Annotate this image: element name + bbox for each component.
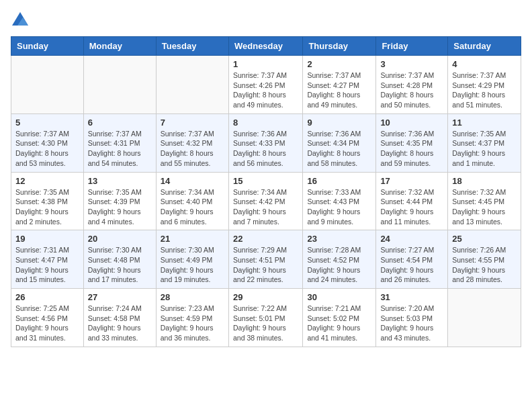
day-info: Sunrise: 7:30 AM Sunset: 4:49 PM Dayligh… <box>161 245 224 285</box>
day-of-week-header: Friday <box>376 37 448 56</box>
calendar-day-cell: 30Sunrise: 7:21 AM Sunset: 5:02 PM Dayli… <box>303 289 376 347</box>
day-info: Sunrise: 7:31 AM Sunset: 4:47 PM Dayligh… <box>15 245 79 285</box>
calendar-week-row: 5Sunrise: 7:37 AM Sunset: 4:30 PM Daylig… <box>11 113 521 172</box>
calendar-day-cell <box>448 289 521 347</box>
day-info: Sunrise: 7:27 AM Sunset: 4:54 PM Dayligh… <box>380 245 443 285</box>
day-info: Sunrise: 7:22 AM Sunset: 5:01 PM Dayligh… <box>233 304 298 343</box>
day-of-week-header: Monday <box>83 37 156 56</box>
calendar-day-cell: 11Sunrise: 7:35 AM Sunset: 4:37 PM Dayli… <box>448 113 521 172</box>
day-info: Sunrise: 7:34 AM Sunset: 4:40 PM Dayligh… <box>161 187 224 227</box>
calendar-day-cell: 3Sunrise: 7:37 AM Sunset: 4:28 PM Daylig… <box>376 56 448 114</box>
day-info: Sunrise: 7:36 AM Sunset: 4:33 PM Dayligh… <box>233 129 298 169</box>
day-info: Sunrise: 7:25 AM Sunset: 4:56 PM Dayligh… <box>15 304 79 343</box>
day-info: Sunrise: 7:21 AM Sunset: 5:02 PM Dayligh… <box>307 304 371 343</box>
calendar-day-cell: 28Sunrise: 7:23 AM Sunset: 4:59 PM Dayli… <box>156 289 228 347</box>
day-info: Sunrise: 7:26 AM Sunset: 4:55 PM Dayligh… <box>452 245 517 285</box>
day-number: 24 <box>380 234 443 244</box>
day-number: 25 <box>452 234 517 244</box>
day-info: Sunrise: 7:35 AM Sunset: 4:38 PM Dayligh… <box>15 187 79 227</box>
day-info: Sunrise: 7:37 AM Sunset: 4:28 PM Dayligh… <box>380 71 443 110</box>
day-info: Sunrise: 7:33 AM Sunset: 4:43 PM Dayligh… <box>307 187 371 227</box>
day-number: 8 <box>233 118 298 128</box>
calendar-day-cell: 5Sunrise: 7:37 AM Sunset: 4:30 PM Daylig… <box>11 113 84 172</box>
day-info: Sunrise: 7:37 AM Sunset: 4:29 PM Dayligh… <box>452 71 517 110</box>
calendar-day-cell: 16Sunrise: 7:33 AM Sunset: 4:43 PM Dayli… <box>303 172 376 230</box>
calendar-day-cell: 29Sunrise: 7:22 AM Sunset: 5:01 PM Dayli… <box>228 289 302 347</box>
day-number: 6 <box>88 118 152 128</box>
day-info: Sunrise: 7:32 AM Sunset: 4:45 PM Dayligh… <box>452 187 517 227</box>
day-info: Sunrise: 7:37 AM Sunset: 4:27 PM Dayligh… <box>307 71 371 110</box>
day-info: Sunrise: 7:30 AM Sunset: 4:48 PM Dayligh… <box>88 245 152 285</box>
calendar-day-cell: 25Sunrise: 7:26 AM Sunset: 4:55 PM Dayli… <box>448 230 521 289</box>
day-number: 23 <box>307 234 371 244</box>
day-info: Sunrise: 7:34 AM Sunset: 4:42 PM Dayligh… <box>233 187 298 227</box>
day-number: 12 <box>15 176 79 186</box>
day-number: 17 <box>380 176 443 186</box>
calendar-header-row: SundayMondayTuesdayWednesdayThursdayFrid… <box>11 37 521 56</box>
calendar-day-cell: 1Sunrise: 7:37 AM Sunset: 4:26 PM Daylig… <box>228 56 302 114</box>
calendar-day-cell: 7Sunrise: 7:37 AM Sunset: 4:32 PM Daylig… <box>156 113 228 172</box>
calendar-day-cell: 18Sunrise: 7:32 AM Sunset: 4:45 PM Dayli… <box>448 172 521 230</box>
day-of-week-header: Tuesday <box>156 37 228 56</box>
calendar-day-cell: 21Sunrise: 7:30 AM Sunset: 4:49 PM Dayli… <box>156 230 228 289</box>
day-number: 28 <box>161 292 224 302</box>
calendar-day-cell: 13Sunrise: 7:35 AM Sunset: 4:39 PM Dayli… <box>83 172 156 230</box>
day-number: 4 <box>452 59 517 69</box>
day-info: Sunrise: 7:37 AM Sunset: 4:31 PM Dayligh… <box>88 129 152 169</box>
day-of-week-header: Sunday <box>11 37 84 56</box>
day-info: Sunrise: 7:37 AM Sunset: 4:26 PM Dayligh… <box>233 71 298 110</box>
calendar-day-cell <box>83 56 156 114</box>
calendar-table: SundayMondayTuesdayWednesdayThursdayFrid… <box>11 36 521 347</box>
day-number: 13 <box>88 176 152 186</box>
day-number: 26 <box>15 292 79 302</box>
calendar-day-cell: 23Sunrise: 7:28 AM Sunset: 4:52 PM Dayli… <box>303 230 376 289</box>
day-of-week-header: Saturday <box>448 37 521 56</box>
day-number: 21 <box>161 234 224 244</box>
calendar-week-row: 19Sunrise: 7:31 AM Sunset: 4:47 PM Dayli… <box>11 230 521 289</box>
calendar-week-row: 1Sunrise: 7:37 AM Sunset: 4:26 PM Daylig… <box>11 56 521 114</box>
calendar-day-cell: 26Sunrise: 7:25 AM Sunset: 4:56 PM Dayli… <box>11 289 84 347</box>
day-number: 19 <box>15 234 79 244</box>
day-info: Sunrise: 7:37 AM Sunset: 4:32 PM Dayligh… <box>161 129 224 169</box>
logo <box>11 11 32 30</box>
day-number: 16 <box>307 176 371 186</box>
calendar-day-cell <box>156 56 228 114</box>
day-number: 11 <box>452 118 517 128</box>
calendar-day-cell: 10Sunrise: 7:36 AM Sunset: 4:35 PM Dayli… <box>376 113 448 172</box>
calendar-day-cell: 6Sunrise: 7:37 AM Sunset: 4:31 PM Daylig… <box>83 113 156 172</box>
calendar-day-cell: 27Sunrise: 7:24 AM Sunset: 4:58 PM Dayli… <box>83 289 156 347</box>
day-info: Sunrise: 7:29 AM Sunset: 4:51 PM Dayligh… <box>233 245 298 285</box>
day-info: Sunrise: 7:24 AM Sunset: 4:58 PM Dayligh… <box>88 304 152 343</box>
calendar-day-cell <box>11 56 84 114</box>
day-number: 5 <box>15 118 79 128</box>
calendar-day-cell: 4Sunrise: 7:37 AM Sunset: 4:29 PM Daylig… <box>448 56 521 114</box>
day-number: 20 <box>88 234 152 244</box>
calendar-day-cell: 9Sunrise: 7:36 AM Sunset: 4:34 PM Daylig… <box>303 113 376 172</box>
day-info: Sunrise: 7:35 AM Sunset: 4:39 PM Dayligh… <box>88 187 152 227</box>
calendar-day-cell: 24Sunrise: 7:27 AM Sunset: 4:54 PM Dayli… <box>376 230 448 289</box>
day-of-week-header: Thursday <box>303 37 376 56</box>
calendar-day-cell: 2Sunrise: 7:37 AM Sunset: 4:27 PM Daylig… <box>303 56 376 114</box>
day-info: Sunrise: 7:37 AM Sunset: 4:30 PM Dayligh… <box>15 129 79 169</box>
day-info: Sunrise: 7:36 AM Sunset: 4:35 PM Dayligh… <box>380 129 443 169</box>
day-number: 7 <box>161 118 224 128</box>
day-number: 31 <box>380 292 443 302</box>
day-number: 30 <box>307 292 371 302</box>
day-number: 14 <box>161 176 224 186</box>
day-number: 10 <box>380 118 443 128</box>
day-number: 18 <box>452 176 517 186</box>
day-info: Sunrise: 7:36 AM Sunset: 4:34 PM Dayligh… <box>307 129 371 169</box>
day-info: Sunrise: 7:23 AM Sunset: 4:59 PM Dayligh… <box>161 304 224 343</box>
calendar-day-cell: 15Sunrise: 7:34 AM Sunset: 4:42 PM Dayli… <box>228 172 302 230</box>
day-number: 9 <box>307 118 371 128</box>
calendar-day-cell: 19Sunrise: 7:31 AM Sunset: 4:47 PM Dayli… <box>11 230 84 289</box>
day-number: 22 <box>233 234 298 244</box>
calendar-week-row: 26Sunrise: 7:25 AM Sunset: 4:56 PM Dayli… <box>11 289 521 347</box>
page-header <box>11 11 521 30</box>
day-number: 15 <box>233 176 298 186</box>
calendar-day-cell: 12Sunrise: 7:35 AM Sunset: 4:38 PM Dayli… <box>11 172 84 230</box>
logo-icon <box>11 11 30 30</box>
calendar-day-cell: 31Sunrise: 7:20 AM Sunset: 5:03 PM Dayli… <box>376 289 448 347</box>
day-info: Sunrise: 7:28 AM Sunset: 4:52 PM Dayligh… <box>307 245 371 285</box>
day-of-week-header: Wednesday <box>228 37 302 56</box>
